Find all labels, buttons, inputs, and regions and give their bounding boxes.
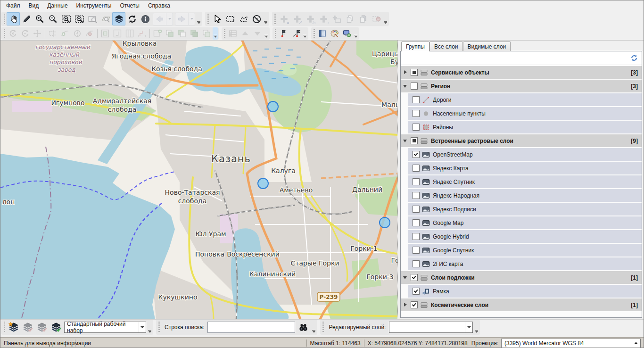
toolbar-overflow-button[interactable]: [213, 27, 218, 40]
notes-journal-button[interactable]: [316, 28, 329, 39]
refresh-map-button[interactable]: [125, 12, 139, 25]
toolbar-grip[interactable]: [274, 14, 276, 24]
layer-checkbox[interactable]: [411, 274, 418, 281]
toolbar-overflow-button[interactable]: [353, 27, 358, 40]
layer-group-row[interactable]: Сервисные объекты[3]: [401, 66, 642, 79]
select-tool-button[interactable]: [210, 12, 223, 25]
find-button[interactable]: [295, 320, 311, 334]
toolbar-grip[interactable]: [314, 29, 315, 38]
search-input[interactable]: [207, 322, 295, 333]
layer-checkbox[interactable]: [413, 124, 420, 131]
tab-all-layers[interactable]: Все слои: [429, 41, 463, 51]
toolbar-overflow-button[interactable]: [196, 12, 201, 26]
layer-checkbox[interactable]: [413, 192, 420, 199]
frame-partial-button[interactable]: [111, 28, 124, 39]
rotate-vertex-button[interactable]: [71, 28, 83, 39]
workset-new-button[interactable]: [7, 320, 21, 334]
style-editor-button[interactable]: [329, 28, 341, 39]
measure-tool-button[interactable]: [20, 12, 33, 25]
layers-visibility-button[interactable]: [112, 12, 125, 25]
delete-object-button[interactable]: [370, 12, 383, 25]
toolbar-overflow-button[interactable]: [302, 27, 307, 40]
layer-checkbox[interactable]: [413, 288, 420, 295]
toolbar-overflow-button[interactable]: [263, 12, 268, 26]
menu-data[interactable]: Данные: [43, 1, 72, 10]
menu-reports[interactable]: Отчеты: [116, 1, 143, 10]
layer-checkbox[interactable]: [413, 165, 420, 172]
layer-filter-input[interactable]: [404, 53, 630, 63]
select-rectangle-button[interactable]: [223, 12, 237, 25]
map-canvas[interactable]: Р-239 КрыловкаЯгодная слободаКозья слобо…: [0, 41, 397, 319]
layer-group-row[interactable]: Слои подложки[1]: [401, 271, 642, 284]
add-polygon-object-button[interactable]: [304, 12, 317, 25]
layer-checkbox[interactable]: [413, 151, 420, 158]
zoom-out-window-button[interactable]: [73, 12, 86, 25]
layer-row[interactable]: Населенные пункты: [408, 107, 642, 120]
move-object-button[interactable]: [31, 28, 43, 39]
toolbar-grip[interactable]: [4, 14, 5, 24]
zoom-out-button[interactable]: [46, 12, 59, 25]
select-polygon-button[interactable]: [237, 12, 250, 25]
intersect-front-button[interactable]: [164, 28, 176, 39]
layer-row[interactable]: Яндекс Карта: [408, 162, 642, 174]
move-down-button[interactable]: [251, 28, 264, 39]
intersect-both-button[interactable]: [188, 28, 200, 39]
projection-combobox[interactable]: (3395) World Mercator WGS 84: [501, 339, 641, 348]
map-view[interactable]: Р-239 КрыловкаЯгодная слободаКозья слобо…: [0, 41, 397, 319]
frame-step-button[interactable]: [136, 28, 148, 39]
layer-checkbox[interactable]: [413, 96, 420, 103]
layer-row[interactable]: Google Hybrid: [408, 230, 642, 243]
layer-row[interactable]: Яндекс Спутник: [408, 175, 642, 188]
refresh-layers-icon[interactable]: [630, 54, 638, 62]
workset-remove-all-button[interactable]: [35, 320, 49, 334]
workset-remove-button[interactable]: [21, 320, 35, 334]
trim-object-button[interactable]: [47, 28, 59, 39]
chevron-down-icon[interactable]: [465, 322, 472, 332]
workset-combobox[interactable]: Стандартный рабочий набор: [64, 322, 146, 333]
zoom-in-button[interactable]: [33, 12, 46, 25]
edit-layer-combobox[interactable]: [389, 322, 473, 333]
add-object-by-xy-button[interactable]: xy: [317, 12, 330, 25]
paste-object-button[interactable]: [356, 12, 370, 25]
toolbar-grip[interactable]: [4, 322, 5, 333]
copy-object-button[interactable]: [343, 12, 356, 25]
layer-checkbox[interactable]: [411, 301, 418, 308]
intersect-back-button[interactable]: [176, 28, 188, 39]
workset-save-button[interactable]: [49, 320, 63, 334]
toolbar-grip[interactable]: [224, 29, 225, 38]
toolbar-overflow-button[interactable]: [311, 320, 316, 335]
layer-checkbox[interactable]: [413, 219, 420, 226]
menu-file[interactable]: Файл: [2, 1, 25, 10]
tab-visible-layers[interactable]: Видимые слои: [463, 41, 511, 51]
layer-row[interactable]: Google Спутник: [408, 244, 642, 257]
clear-selection-button[interactable]: [250, 12, 263, 25]
layer-row[interactable]: Дороги: [408, 93, 642, 106]
add-vertex-button[interactable]: [59, 28, 71, 39]
layer-checkbox[interactable]: [411, 137, 418, 144]
layer-checkbox[interactable]: [413, 178, 420, 185]
map-marker[interactable]: [380, 217, 390, 228]
toolbar-overflow-button[interactable]: [474, 320, 479, 335]
layer-checkbox[interactable]: [411, 69, 418, 76]
network-settings-button[interactable]: [341, 28, 353, 39]
map-marker[interactable]: [268, 101, 278, 112]
move-up-button[interactable]: [239, 28, 251, 39]
layer-row[interactable]: Яндекс Народная: [408, 189, 642, 202]
nav-back-button[interactable]: [153, 13, 173, 25]
delete-vertex-button[interactable]: [83, 28, 96, 39]
expander-icon[interactable]: [403, 138, 409, 144]
toolbar-overflow-button[interactable]: [383, 12, 388, 26]
frame-zoom-button[interactable]: [99, 28, 111, 39]
toolbar-overflow-button[interactable]: [264, 27, 269, 40]
layer-row[interactable]: Рамка: [408, 285, 642, 298]
menu-view[interactable]: Вид: [25, 1, 43, 10]
toolbar-grip[interactable]: [322, 322, 324, 333]
add-line-object-button[interactable]: [290, 12, 304, 25]
expander-icon[interactable]: [403, 274, 409, 281]
add-rectangle-object-button[interactable]: [330, 12, 343, 25]
toolbar-grip[interactable]: [275, 29, 276, 38]
attribute-table-button[interactable]: [227, 28, 239, 39]
zoom-to-region-button[interactable]: [99, 12, 112, 25]
pan-tool-button[interactable]: [7, 12, 20, 25]
layer-row[interactable]: OpenStreetMap: [408, 148, 642, 161]
